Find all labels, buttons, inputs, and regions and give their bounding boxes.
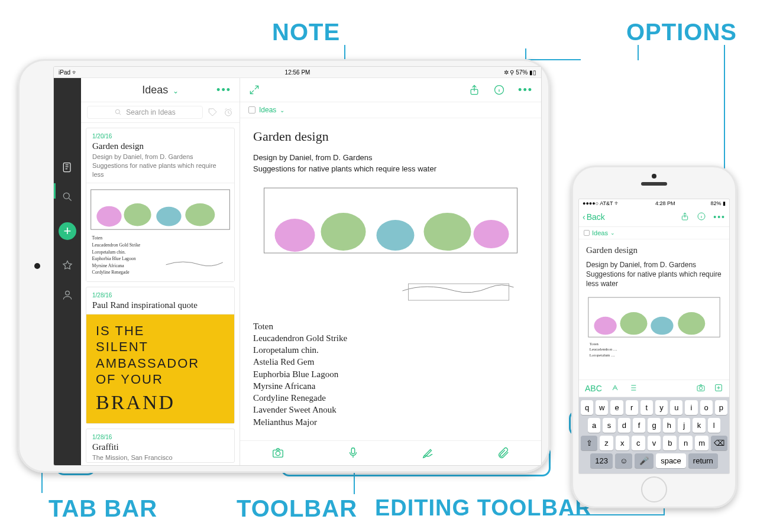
iphone-speaker [641,182,667,186]
note-body[interactable]: Garden design Design by Daniel, from D. … [240,118,541,440]
brand-line: SILENT [96,339,225,355]
new-note-button[interactable]: + [59,222,76,240]
callout-tabbar: TAB BAR [48,495,157,522]
shift-key[interactable]: ⇧ [581,436,597,450]
editor-toolbar [240,440,541,466]
key[interactable]: i [685,400,697,415]
space-key[interactable]: space [656,453,686,468]
delete-key[interactable]: ⌫ [711,436,727,450]
brand-line: BRAND [96,390,225,416]
iphone-nav-bar: ‹Back ••• [579,207,729,227]
key[interactable]: n [679,436,693,450]
breadcrumb[interactable]: Ideas ⌄ [240,102,541,118]
key[interactable]: u [670,400,682,415]
text-style-icon[interactable] [610,383,620,394]
key[interactable]: l [708,418,720,433]
list-item[interactable]: 1/28/16 Graffiti The Mission, San Franci… [86,429,235,463]
key[interactable]: o [700,400,713,415]
share-icon[interactable] [468,84,480,96]
note-options-button[interactable]: ••• [713,212,726,222]
tag-icon[interactable] [208,107,218,118]
svg-text:Leucadendron Gold Strike: Leucadendron Gold Strike [92,242,141,248]
chevron-down-icon: ⌄ [280,107,284,113]
back-button[interactable]: ‹Back [583,212,605,222]
sketch-icon[interactable] [422,446,435,461]
svg-point-1 [63,193,69,199]
key[interactable]: g [648,418,660,433]
tab-account-icon[interactable] [61,288,74,301]
ipad-device: iPad ᯤ 12:56 PM ✲ ⚲ 57% ▮▯ + Ideas ⌄ [18,59,550,473]
list-item[interactable]: 1/28/16 Paul Rand inspirational quote IS… [86,287,235,424]
key[interactable]: b [663,436,677,450]
chevron-down-icon: ⌄ [610,230,615,236]
note-options-button[interactable]: ••• [518,84,533,96]
tab-search-icon[interactable] [61,190,74,203]
key[interactable]: k [693,418,705,433]
return-key[interactable]: return [688,453,718,468]
mic-icon[interactable] [347,446,360,461]
share-icon[interactable] [680,212,690,223]
camera-icon[interactable] [271,446,284,461]
note-panel: ••• Ideas ⌄ Garden design Design by Dani… [240,78,541,466]
key[interactable]: p [715,400,727,415]
key[interactable]: q [581,400,593,415]
note-body[interactable]: Garden design Design by Daniel, from D. … [579,239,729,379]
expand-icon[interactable] [248,84,260,96]
key[interactable]: f [633,418,645,433]
handwritten-list: Toten Leucadendron Gold Strike Loropetal… [253,320,528,428]
info-icon[interactable] [493,84,505,96]
mic-key[interactable]: 🎤 [635,453,654,468]
breadcrumb[interactable]: Ideas ⌄ [579,227,729,239]
list-item[interactable]: 1/20/16 Garden design Design by Daniel, … [86,128,235,282]
key[interactable]: w [596,400,608,415]
svg-text:Loropetalum …: Loropetalum … [590,352,615,356]
tab-shortcuts-icon[interactable] [61,259,74,272]
callout-options: OPTIONS [626,19,737,46]
key[interactable]: j [678,418,690,433]
search-row: Search in Ideas [81,102,240,123]
list-more-button[interactable]: ••• [216,84,231,96]
key[interactable]: v [648,436,661,450]
abc-button[interactable]: ABC [585,384,602,393]
svg-text:Toten: Toten [92,235,103,241]
key[interactable]: r [626,400,638,415]
search-input[interactable]: Search in Ideas [87,106,203,119]
reminder-icon[interactable] [223,107,234,118]
annotation-line [638,45,639,60]
emoji-key[interactable]: ☺ [615,453,632,468]
key[interactable]: m [695,436,709,450]
svg-text:Loropetalum chin.: Loropetalum chin. [92,249,126,254]
key[interactable]: c [632,436,645,450]
svg-text:Myrsine Africana: Myrsine Africana [92,262,125,268]
camera-icon[interactable] [696,383,706,394]
ipad-status-bar: iPad ᯤ 12:56 PM ✲ ⚲ 57% ▮▯ [54,67,541,78]
status-left: ●●●●○ AT&T ᯤ [583,200,620,206]
note-list: 1/20/16 Garden design Design by Daniel, … [81,123,240,466]
key[interactable]: d [618,418,630,433]
notebook-icon [584,230,590,236]
attach-icon[interactable] [497,446,510,461]
tab-notes-icon[interactable] [61,161,74,174]
key[interactable]: h [663,418,675,433]
key[interactable]: x [616,436,629,450]
key[interactable]: z [600,436,613,450]
list-icon[interactable] [628,383,638,394]
add-icon[interactable] [714,383,723,394]
key[interactable]: t [640,400,653,415]
numbers-key[interactable]: 123 [590,453,613,468]
key[interactable]: s [603,418,615,433]
note-image: TotenLeucadendron …Loropetalum … [586,294,722,359]
svg-point-33 [651,316,673,335]
iphone-home-button[interactable] [641,476,667,502]
notebook-title[interactable]: Ideas ⌄ [142,84,178,96]
ipad-camera [34,263,40,269]
key[interactable]: a [588,418,600,433]
svg-point-7 [124,203,151,225]
key[interactable]: y [655,400,668,415]
info-icon[interactable] [697,212,706,223]
key[interactable]: e [610,400,623,415]
svg-point-21 [377,220,415,251]
status-left: iPad ᯤ [59,69,78,76]
iphone-camera [652,174,656,179]
brand-line: IS THE [96,323,225,339]
